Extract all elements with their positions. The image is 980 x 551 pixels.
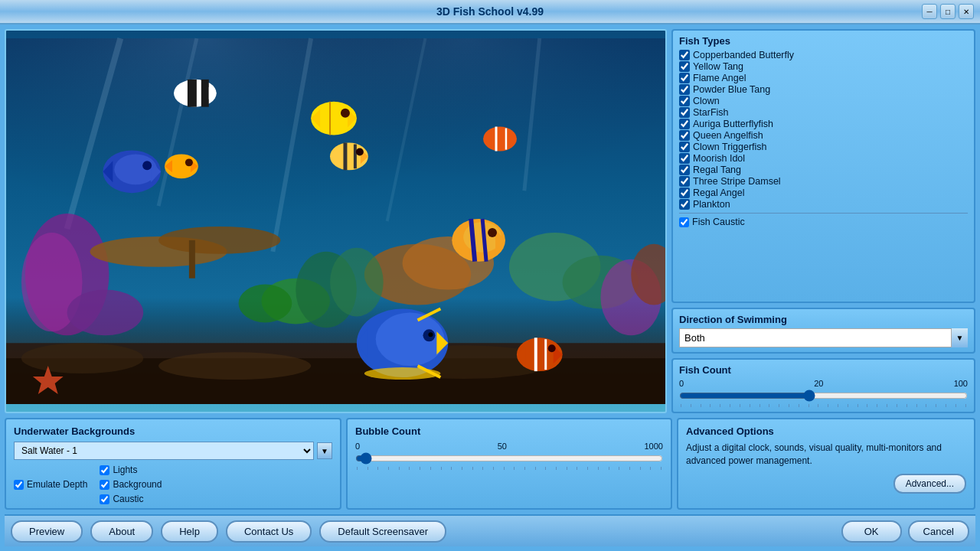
caustic-checkbox[interactable] [100, 494, 109, 504]
bg-select[interactable]: Salt Water - 1 Salt Water - 2 Fresh Wate… [14, 442, 314, 460]
fish-label-clown_trigger: Clown Triggerfish [693, 142, 767, 152]
close-button[interactable]: ✕ [959, 4, 974, 19]
help-button[interactable]: Help [161, 520, 218, 543]
fish-item-auriga: Auriga Butterflyfish [679, 119, 968, 129]
fish-checkbox-clown_trigger[interactable] [679, 142, 690, 152]
fish-tick [916, 404, 917, 407]
caustic-label: Caustic [113, 494, 143, 504]
fish-tick [867, 404, 867, 407]
bubble-tick [409, 467, 410, 470]
fish-checkbox-regal_angel[interactable] [679, 187, 690, 198]
preview-button[interactable]: Preview [11, 520, 83, 543]
uw-bg-title: Underwater Backgrounds [14, 425, 332, 437]
fish-item-clown_trigger: Clown Triggerfish [679, 142, 968, 152]
bubble-tick [619, 467, 619, 470]
bubble-tick [609, 467, 609, 470]
lights-checkbox[interactable] [100, 465, 109, 475]
fish-checkbox-moorish_idol[interactable] [679, 153, 690, 164]
direction-panel: Direction of Swimming Both Left Right ▼ [671, 308, 975, 354]
fish-count-panel: Fish Count 0 20 100 [671, 358, 975, 413]
background-checkbox[interactable] [100, 480, 109, 490]
fish-item-starfish: StarFish [679, 107, 968, 118]
contact-us-button[interactable]: Contact Us [226, 520, 312, 543]
bubble-tick [661, 467, 662, 470]
bubble-tick [587, 467, 588, 470]
fish-caustic-checkbox[interactable] [679, 217, 689, 227]
default-screensaver-button[interactable]: Default Screensaver [319, 520, 446, 543]
fish-label-regal_tang: Regal Tang [693, 165, 741, 175]
fish-count-slider[interactable] [679, 390, 968, 402]
fish-checkbox-starfish[interactable] [679, 107, 690, 118]
fish-checkbox-clown[interactable] [679, 96, 690, 106]
bubble-count-slider[interactable] [355, 452, 663, 465]
footer: Preview About Help Contact Us Default Sc… [5, 514, 975, 546]
emulate-depth-checkbox[interactable] [14, 480, 24, 490]
fish-tick [779, 404, 779, 407]
fish-label-flame_angel: Flame Angel [693, 73, 746, 83]
fish-checkbox-plankton[interactable] [679, 199, 690, 210]
fish-tick [681, 404, 681, 407]
fish-checkbox-yellow_tang[interactable] [679, 61, 690, 72]
title-controls: ─ □ ✕ [922, 4, 974, 19]
fish-tick [877, 404, 877, 407]
fish-checkbox-regal_tang[interactable] [679, 165, 690, 175]
fish-count-slider-container [679, 390, 968, 404]
bubble-count-title: Bubble Count [355, 425, 663, 437]
fish-tick [936, 404, 936, 407]
bubble-tick [430, 467, 431, 470]
fish-tick [789, 404, 789, 407]
fish-checkbox-copperbanded[interactable] [679, 50, 690, 60]
bubble-mid: 50 [498, 442, 507, 451]
direction-select[interactable]: Both Left Right [679, 328, 968, 347]
fish-item-three_stripe: Three Stripe Damsel [679, 176, 968, 187]
right-panel: Fish Types Copperbanded ButterflyYellow … [671, 29, 975, 413]
fish-checkbox-auriga[interactable] [679, 119, 690, 129]
bubble-tick [399, 467, 400, 470]
minimize-button[interactable]: ─ [922, 4, 937, 19]
bubble-tick [598, 467, 599, 470]
fish-tick [906, 404, 907, 407]
fish-count-max: 100 [954, 379, 968, 388]
fish-checkbox-flame_angel[interactable] [679, 73, 690, 83]
fish-label-three_stripe: Three Stripe Damsel [693, 176, 781, 187]
footer-left-buttons: Preview About Help Contact Us Default Sc… [11, 520, 446, 543]
fish-tick [740, 404, 740, 407]
svg-point-22 [330, 248, 384, 317]
advanced-title: Advanced Options [686, 425, 966, 437]
app-title: 3D Fish School v4.99 [436, 5, 544, 18]
fish-tick [691, 404, 691, 407]
bg-dropdown-button[interactable]: ▼ [317, 442, 332, 459]
svg-point-50 [114, 154, 157, 184]
background-row: Background [100, 479, 162, 490]
bubble-tick [357, 467, 358, 470]
fish-checkbox-powder_blue[interactable] [679, 84, 690, 95]
fish-tick [750, 404, 750, 407]
bubble-tick [441, 467, 442, 470]
fish-tick [760, 404, 760, 407]
title-bar: 3D Fish School v4.99 ─ □ ✕ [0, 0, 980, 24]
svg-point-57 [185, 158, 193, 166]
fish-tick [897, 404, 897, 407]
about-button[interactable]: About [90, 520, 153, 543]
bubble-tick [504, 467, 505, 470]
fish-tick [926, 404, 926, 407]
fish-item-queen_angel: Queen Angelfish [679, 130, 968, 141]
fish-tick [720, 404, 720, 407]
fish-label-plankton: Plankton [693, 199, 730, 210]
ok-button[interactable]: OK [841, 520, 902, 543]
bubble-tick [482, 467, 483, 470]
fish-checkbox-three_stripe[interactable] [679, 176, 690, 187]
fish-types-title: Fish Types [679, 35, 968, 47]
fish-label-moorish_idol: Moorish Idol [693, 153, 745, 164]
cancel-button[interactable]: Cancel [908, 520, 969, 543]
fish-tick [828, 404, 828, 407]
svg-point-80 [341, 109, 350, 118]
lights-label: Lights [113, 465, 137, 475]
fish-checkbox-queen_angel[interactable] [679, 130, 690, 141]
bubble-tick [567, 467, 567, 470]
fish-item-regal_angel: Regal Angel [679, 187, 968, 198]
maximize-button[interactable]: □ [940, 4, 956, 19]
fish-caustic-row: Fish Caustic [679, 213, 968, 227]
caustic-row: Caustic [100, 494, 162, 504]
advanced-button[interactable]: Advanced... [893, 474, 966, 494]
